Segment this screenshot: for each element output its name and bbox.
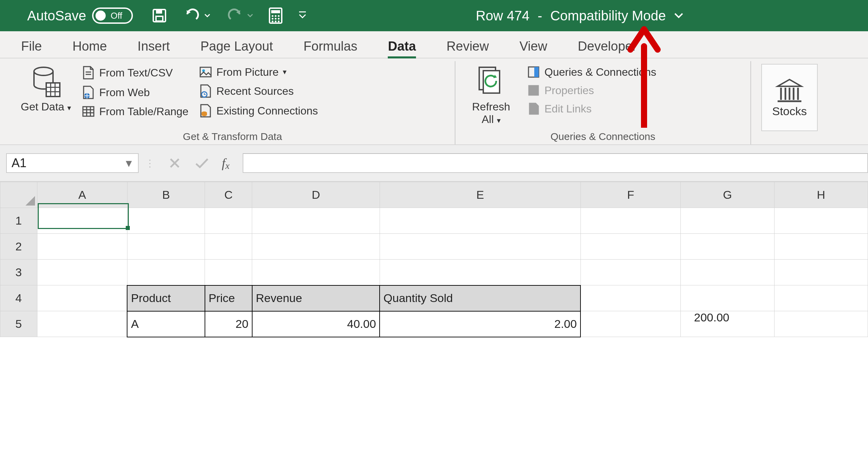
tab-developer[interactable]: Developer [578, 39, 637, 58]
from-table-range-button[interactable]: From Table/Range [82, 105, 189, 118]
chevron-down-bar-icon [298, 11, 307, 21]
svg-point-7 [278, 15, 280, 17]
group-label-get-transform: Get & Transform Data [20, 129, 445, 142]
recent-sources-label: Recent Sources [216, 85, 294, 98]
tab-page-layout[interactable]: Page Layout [201, 39, 273, 58]
col-header-C[interactable]: C [205, 182, 252, 208]
tab-home[interactable]: Home [72, 39, 107, 58]
cell-D4[interactable]: Revenue [252, 285, 380, 311]
save-button[interactable] [151, 7, 168, 24]
redo-icon [225, 7, 244, 24]
svg-point-13 [278, 20, 280, 22]
enter-formula-button[interactable] [188, 153, 215, 173]
worksheet[interactable]: A B C D E F G H 1 [0, 182, 868, 337]
cell-B4[interactable]: Product [127, 285, 205, 311]
refresh-all-button[interactable]: Refresh All ▾ [466, 65, 517, 126]
stocks-label: Stocks [772, 105, 807, 118]
row-header-1[interactable]: 1 [0, 208, 37, 234]
group-get-transform-data: Get Data ▾ From Text/CSV From Web From T… [20, 61, 455, 144]
customize-qat-button[interactable] [298, 11, 307, 21]
row-header-4[interactable]: 4 [0, 285, 37, 311]
refresh-doc-icon [476, 65, 506, 99]
from-text-csv-label: From Text/CSV [99, 67, 173, 79]
row-header-2[interactable]: 2 [0, 234, 37, 260]
queries-connections-button[interactable]: Queries & Connections [527, 65, 656, 79]
tab-file[interactable]: File [21, 39, 42, 58]
redo-button[interactable] [225, 7, 253, 24]
cell-B1[interactable] [127, 208, 205, 234]
svg-rect-29 [200, 67, 211, 77]
cell-C4[interactable]: Price [205, 285, 252, 311]
cell-H1[interactable] [774, 208, 868, 234]
col-header-G[interactable]: G [681, 182, 774, 208]
col-header-B[interactable]: B [127, 182, 205, 208]
tab-formulas[interactable]: Formulas [303, 39, 357, 58]
calculator-icon [268, 7, 283, 24]
calculator-button[interactable] [268, 7, 283, 24]
cell-A1[interactable] [37, 208, 127, 234]
svg-point-11 [272, 20, 274, 22]
tab-view[interactable]: View [519, 39, 547, 58]
from-picture-label: From Picture [216, 66, 279, 78]
window-title[interactable]: Row 474 - Compatibility Mode [476, 0, 683, 31]
cell-D1[interactable] [252, 208, 380, 234]
from-table-range-label: From Table/Range [99, 105, 189, 118]
select-all-corner[interactable] [0, 182, 37, 208]
name-box[interactable]: A1 ▾ [6, 153, 139, 173]
col-header-A[interactable]: A [37, 182, 127, 208]
cell-F1[interactable] [580, 208, 681, 234]
get-data-button[interactable]: Get Data ▾ [20, 65, 71, 113]
col-header-H[interactable]: H [774, 182, 868, 208]
cell-G1[interactable] [681, 208, 774, 234]
cell-C1[interactable] [205, 208, 252, 234]
insert-function-button[interactable]: fx [215, 153, 243, 173]
stocks-button[interactable]: Stocks [761, 64, 818, 131]
table-row: 2 [0, 234, 868, 260]
undo-button[interactable] [183, 7, 210, 24]
svg-rect-36 [534, 67, 539, 77]
svg-point-5 [272, 15, 274, 17]
cell-E5[interactable]: 2.00 [380, 311, 580, 337]
picture-icon [199, 65, 212, 79]
properties-button[interactable]: Properties [527, 84, 656, 97]
cell-D5[interactable]: 40.00 [252, 311, 380, 337]
table-icon [82, 105, 95, 118]
properties-icon [527, 84, 540, 97]
autosave-toggle[interactable]: Off [92, 7, 133, 24]
from-web-button[interactable]: From Web [82, 85, 189, 100]
row-header-3[interactable]: 3 [0, 260, 37, 285]
panel-icon [527, 65, 540, 79]
autosave-state: Off [110, 11, 122, 21]
cell-E1[interactable] [380, 208, 580, 234]
table-row: 1 [0, 208, 868, 234]
autosave-control[interactable]: AutoSave Off [27, 7, 133, 24]
cell-C5[interactable]: 20 [205, 311, 252, 337]
existing-connections-button[interactable]: Existing Connections [199, 103, 318, 118]
from-picture-button[interactable]: From Picture ▾ [199, 65, 318, 79]
cell-E4[interactable]: Quantity Sold [380, 285, 580, 311]
edit-links-button[interactable]: Edit Links [527, 102, 656, 116]
recent-sources-button[interactable]: Recent Sources [199, 84, 318, 99]
cancel-formula-button[interactable] [161, 153, 188, 173]
overlay-value-G5: 200.00 [694, 311, 729, 324]
tab-review[interactable]: Review [447, 39, 489, 58]
cell-grid[interactable]: A B C D E F G H 1 [0, 182, 868, 337]
chevron-down-icon: ▾ [126, 156, 132, 170]
document-globe-icon [82, 85, 95, 100]
formula-input[interactable] [243, 153, 868, 173]
table-row: 4 Product Price Revenue Quantity Sold [0, 285, 868, 311]
fx-icon: fx [222, 156, 230, 171]
tab-data[interactable]: Data [388, 39, 416, 58]
ribbon: Get Data ▾ From Text/CSV From Web From T… [0, 58, 868, 145]
svg-rect-24 [83, 107, 94, 116]
col-header-E[interactable]: E [380, 182, 580, 208]
cell-B5[interactable]: A [127, 311, 205, 337]
properties-label: Properties [544, 84, 594, 97]
cell-A2[interactable] [37, 234, 127, 260]
col-header-D[interactable]: D [252, 182, 380, 208]
database-icon [31, 65, 61, 99]
from-text-csv-button[interactable]: From Text/CSV [82, 65, 189, 80]
row-header-5[interactable]: 5 [0, 311, 37, 337]
col-header-F[interactable]: F [580, 182, 681, 208]
tab-insert[interactable]: Insert [138, 39, 170, 58]
